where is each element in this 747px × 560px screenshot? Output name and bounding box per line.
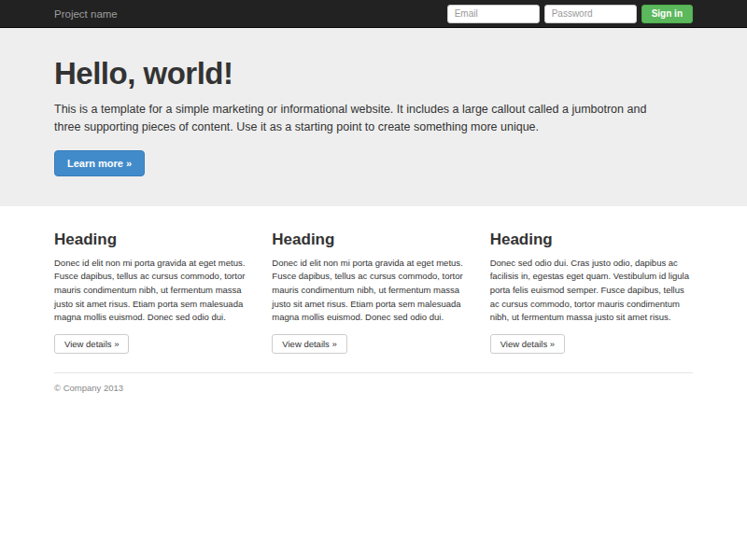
column-text: Donec sed odio dui. Cras justo odio, dap… bbox=[490, 257, 693, 326]
main-content: Heading Donec id elit non mi porta gravi… bbox=[54, 231, 693, 394]
view-details-button-3[interactable]: View details » bbox=[490, 334, 565, 354]
view-details-button-2[interactable]: View details » bbox=[272, 334, 346, 354]
sign-in-form: Sign in bbox=[447, 5, 693, 23]
view-details-button-1[interactable]: View details » bbox=[54, 334, 129, 354]
jumbotron: Hello, world! This is a template for a s… bbox=[0, 28, 747, 206]
email-input[interactable] bbox=[447, 5, 540, 23]
learn-more-button[interactable]: Learn more » bbox=[54, 150, 145, 176]
copyright-text: © Company 2013 bbox=[54, 383, 693, 393]
footer: © Company 2013 bbox=[54, 383, 693, 393]
jumbotron-description: This is a template for a simple marketin… bbox=[54, 101, 666, 136]
content-column-1: Heading Donec id elit non mi porta gravi… bbox=[54, 231, 257, 355]
column-text: Donec id elit non mi porta gravida at eg… bbox=[54, 257, 257, 326]
footer-divider bbox=[54, 372, 693, 373]
sign-in-button[interactable]: Sign in bbox=[641, 5, 693, 23]
column-text: Donec id elit non mi porta gravida at eg… bbox=[272, 257, 474, 326]
jumbotron-title: Hello, world! bbox=[54, 56, 693, 91]
column-heading: Heading bbox=[272, 231, 474, 249]
columns-row: Heading Donec id elit non mi porta gravi… bbox=[54, 231, 693, 355]
navbar-brand[interactable]: Project name bbox=[54, 8, 118, 20]
navbar: Project name Sign in bbox=[0, 0, 747, 28]
password-input[interactable] bbox=[544, 5, 637, 23]
content-column-3: Heading Donec sed odio dui. Cras justo o… bbox=[490, 231, 693, 355]
column-heading: Heading bbox=[54, 231, 257, 249]
column-heading: Heading bbox=[490, 231, 693, 249]
content-column-2: Heading Donec id elit non mi porta gravi… bbox=[272, 231, 474, 355]
